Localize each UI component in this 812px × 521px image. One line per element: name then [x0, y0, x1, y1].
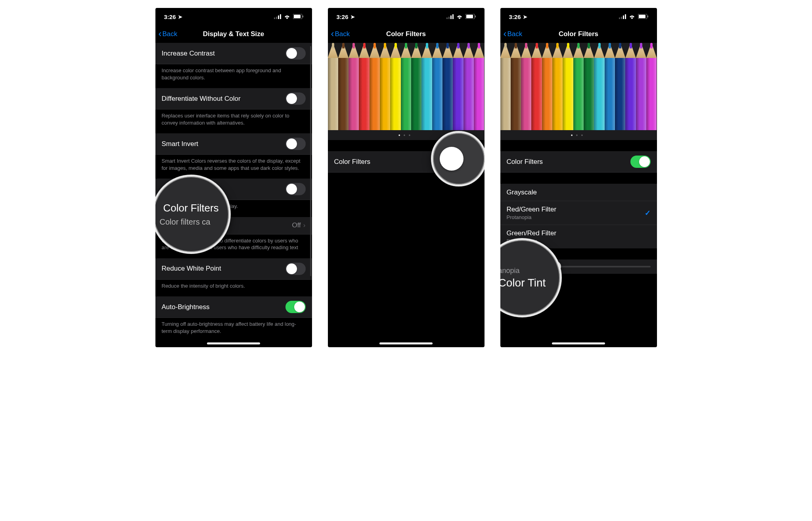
- pencil-icon: [605, 43, 615, 130]
- row-label: Reduce White Point: [162, 265, 285, 273]
- svg-rect-3: [280, 14, 281, 19]
- wifi-icon: [283, 13, 291, 20]
- back-button[interactable]: ‹ Back: [504, 30, 523, 38]
- svg-rect-16: [623, 15, 624, 19]
- pencil-icon: [625, 43, 636, 130]
- toggle-reduce-white[interactable]: [285, 263, 306, 275]
- nav-title: Color Filters: [328, 30, 485, 38]
- wifi-icon: [456, 13, 463, 20]
- svg-rect-19: [639, 15, 645, 18]
- pencil-icon: [380, 43, 390, 130]
- chevron-right-icon: ›: [303, 221, 306, 229]
- pencil-preview[interactable]: [328, 43, 485, 130]
- back-button[interactable]: ‹ Back: [159, 30, 178, 38]
- row-label: Smart Invert: [162, 140, 285, 148]
- svg-rect-15: [621, 17, 622, 19]
- toggle-color-filters[interactable]: [630, 156, 651, 168]
- screen-color-filters-off: 3:26 ➤ ‹ Back Color Filters ●●● Color Fi…: [328, 8, 485, 347]
- status-bar: 3:26 ➤: [500, 8, 657, 25]
- status-time: 3:26: [509, 13, 521, 20]
- location-arrow-icon: ➤: [178, 14, 182, 20]
- svg-rect-13: [475, 15, 476, 17]
- option-label: Red/Green Filter: [507, 206, 645, 213]
- checkmark-icon: ✓: [645, 209, 651, 217]
- row-label: Color Filters: [507, 158, 543, 166]
- svg-rect-20: [647, 15, 648, 17]
- callout-overflow: tanopia: [500, 267, 520, 275]
- home-indicator[interactable]: [552, 342, 605, 344]
- row-footer: Reduce the intensity of bright colors.: [155, 280, 312, 297]
- location-arrow-icon: ➤: [523, 14, 527, 20]
- svg-rect-14: [619, 17, 620, 19]
- pencil-icon: [411, 43, 421, 130]
- row-color-filters-toggle[interactable]: Color Filters: [500, 151, 657, 173]
- option-sublabel: Protanopia: [507, 214, 645, 220]
- page-dots[interactable]: ●●●: [500, 130, 657, 140]
- toggle-increase-contrast[interactable]: [285, 47, 306, 60]
- option-label: Green/Red Filter: [507, 229, 651, 237]
- pencil-icon: [615, 43, 625, 130]
- pencil-icon: [359, 43, 369, 130]
- scroll-indicator[interactable]: [310, 46, 311, 276]
- status-bar: 3:26 ➤: [328, 8, 485, 25]
- pencil-icon: [531, 43, 542, 130]
- row-auto-brightness[interactable]: Auto-Brightness: [155, 296, 312, 318]
- callout-color-filters: Color Filters Color filters ca: [155, 175, 231, 254]
- pencil-icon: [552, 43, 563, 130]
- back-label: Back: [163, 30, 178, 38]
- back-label: Back: [335, 30, 350, 38]
- filter-option[interactable]: Grayscale: [500, 184, 657, 201]
- nav-bar: ‹ Back Display & Text Size: [155, 25, 312, 43]
- pencil-icon: [521, 43, 531, 130]
- pencil-icon: [453, 43, 463, 130]
- row-footer: Replaces user interface items that rely …: [155, 110, 312, 133]
- option-label: Grayscale: [507, 188, 651, 196]
- status-bar: 3:26 ➤: [155, 8, 312, 25]
- nav-title: Display & Text Size: [155, 30, 312, 38]
- svg-rect-12: [466, 15, 473, 18]
- nav-bar: ‹ Back Color Filters: [328, 25, 485, 43]
- svg-rect-1: [276, 17, 277, 19]
- pencil-icon: [349, 43, 359, 130]
- callout-color-tint: tanopia Color Tint: [500, 238, 562, 317]
- row-increase-contrast[interactable]: Increase Contrast: [155, 43, 312, 64]
- row-footer: Smart Invert Colors reverses the colors …: [155, 155, 312, 179]
- svg-rect-8: [448, 17, 450, 19]
- toggle-classic-invert[interactable]: [285, 183, 306, 195]
- screen-color-filters-on: 3:26 ➤ ‹ Back Color Filters ●●● Color Fi…: [500, 8, 657, 347]
- pencil-icon: [646, 43, 657, 130]
- row-label: Differentiate Without Color: [162, 95, 285, 103]
- svg-rect-0: [274, 17, 275, 19]
- pencil-preview[interactable]: [500, 43, 657, 130]
- toggle-smart-invert[interactable]: [285, 138, 306, 150]
- screen-display-text-size: 3:26 ➤ ‹ Back Display & Text Size Increa…: [155, 8, 312, 347]
- row-footer: Turning off auto-brightness may affect b…: [155, 318, 312, 342]
- row-smart-invert[interactable]: Smart Invert: [155, 133, 312, 155]
- toggle-differentiate-color[interactable]: [285, 92, 306, 105]
- pencil-icon: [573, 43, 584, 130]
- home-indicator[interactable]: [207, 342, 260, 344]
- pencil-icon: [636, 43, 646, 130]
- filter-option[interactable]: Red/Green FilterProtanopia✓: [500, 201, 657, 225]
- pencil-icon: [390, 43, 400, 130]
- battery-icon: [293, 13, 303, 20]
- pencil-icon: [584, 43, 594, 130]
- home-indicator[interactable]: [379, 342, 433, 344]
- status-time: 3:26: [164, 13, 176, 20]
- svg-rect-5: [294, 15, 301, 18]
- row-differentiate-color[interactable]: Differentiate Without Color: [155, 88, 312, 110]
- back-label: Back: [508, 30, 523, 38]
- battery-icon: [638, 13, 648, 20]
- back-button[interactable]: ‹ Back: [331, 30, 350, 38]
- callout-title: Color Tint: [500, 277, 546, 289]
- pencil-icon: [542, 43, 552, 130]
- toggle-auto-brightness[interactable]: [285, 301, 306, 313]
- chevron-left-icon: ‹: [331, 29, 334, 38]
- row-label: Color Filters: [334, 158, 371, 166]
- signal-icon: [619, 13, 626, 20]
- row-value: Off: [292, 221, 301, 229]
- pencil-icon: [463, 43, 474, 130]
- svg-rect-6: [303, 15, 303, 17]
- pencil-icon: [328, 43, 338, 130]
- row-reduce-white-point[interactable]: Reduce White Point: [155, 258, 312, 280]
